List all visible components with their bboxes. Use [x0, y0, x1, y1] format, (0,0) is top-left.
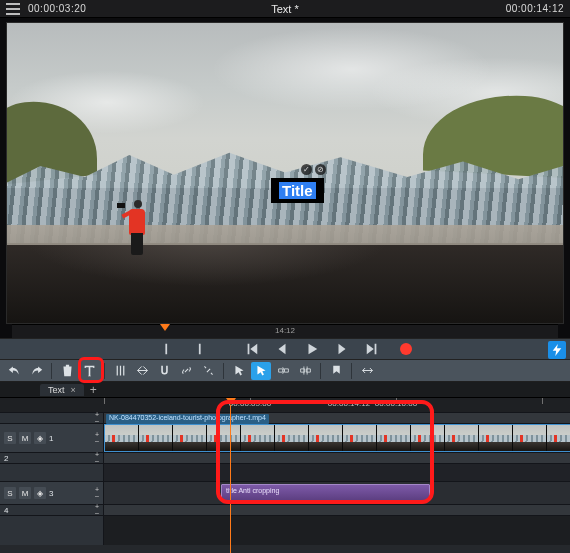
undo-button[interactable]	[4, 362, 24, 380]
quick-export-button[interactable]	[548, 341, 566, 359]
splice-button[interactable]	[132, 362, 152, 380]
text-tool-button[interactable]	[79, 362, 99, 380]
preview-ruler-label: 14:12	[275, 326, 295, 335]
confirm-icon[interactable]: ✓	[301, 164, 312, 175]
mute-button[interactable]: M	[19, 432, 31, 444]
go-end-button[interactable]	[362, 341, 382, 357]
tab-text[interactable]: Text ×	[40, 384, 84, 396]
snap-button[interactable]	[154, 362, 174, 380]
track-number: 3	[49, 489, 53, 498]
timeline-ruler-row[interactable]: 00:00:14:12 00:00:05:00 00:00:10:00	[0, 398, 570, 412]
track-expand[interactable]: +–	[95, 487, 99, 499]
track-number: 4	[4, 506, 8, 515]
track-video-1: S M ◈ 1 +– NK-084470352-iceland-tourist-…	[0, 423, 570, 452]
transport-bar	[0, 338, 570, 360]
track-expand[interactable]: +–	[95, 432, 99, 444]
timeline-playhead-icon[interactable]	[226, 398, 236, 405]
zoom-button[interactable]	[357, 362, 377, 380]
solo-button[interactable]: S	[4, 432, 16, 444]
current-timecode[interactable]: 00:00:03:20	[28, 3, 86, 14]
link-button[interactable]	[176, 362, 196, 380]
cut-tool-button[interactable]	[110, 362, 130, 380]
play-button[interactable]	[302, 341, 322, 357]
preview-panel: ✓ ⊘ Title 14:12	[0, 18, 570, 338]
track-spacer-4: 4 +–	[0, 504, 570, 515]
subject-person	[125, 197, 149, 257]
visibility-button[interactable]: ◈	[34, 432, 46, 444]
track-lane-1[interactable]: NK-084470352-iceland-tourist-photographe…	[104, 424, 570, 452]
cancel-icon[interactable]: ⊘	[315, 164, 326, 175]
pointer-tool-button[interactable]	[229, 362, 249, 380]
preview-playhead-icon[interactable]	[160, 324, 170, 331]
track-title-3: S M ◈ 3 +– title Anti cropping	[0, 481, 570, 504]
tab-add-button[interactable]: +	[90, 383, 97, 397]
next-frame-button[interactable]	[332, 341, 352, 357]
unlink-button[interactable]	[198, 362, 218, 380]
visibility-button[interactable]: ◈	[34, 487, 46, 499]
title-overlay-text[interactable]: Title	[279, 182, 316, 199]
edit-toolbar	[0, 360, 570, 382]
go-start-button[interactable]	[242, 341, 262, 357]
solo-button[interactable]: S	[4, 487, 16, 499]
video-preview[interactable]: ✓ ⊘ Title	[6, 22, 564, 324]
timeline-empty	[0, 515, 570, 545]
delete-button[interactable]	[57, 362, 77, 380]
track-head-3[interactable]: S M ◈ 3 +–	[0, 482, 104, 504]
track-spacer: +–	[0, 412, 570, 423]
set-in-button[interactable]	[158, 341, 178, 357]
track-head-4[interactable]: 4 +–	[0, 505, 104, 515]
roll-tool-button[interactable]	[295, 362, 315, 380]
marker-button[interactable]	[326, 362, 346, 380]
prev-frame-button[interactable]	[272, 341, 292, 357]
tab-close-icon[interactable]: ×	[71, 385, 76, 395]
tab-label: Text	[48, 385, 65, 395]
duration-timecode: 00:00:14:12	[506, 3, 564, 14]
menu-icon[interactable]	[6, 3, 20, 15]
track-spacer-2: 2 +–	[0, 452, 570, 463]
mute-button[interactable]: M	[19, 487, 31, 499]
timeline-tabs: Text × +	[0, 382, 570, 398]
title-overlay[interactable]: ✓ ⊘ Title	[271, 178, 324, 203]
video-clip-label: NK-084470352-iceland-tourist-photographe…	[106, 414, 269, 424]
ripple-tool-button[interactable]	[273, 362, 293, 380]
timeline-ruler[interactable]: 00:00:14:12 00:00:05:00 00:00:10:00	[104, 398, 570, 412]
timeline-panel: 00:00:14:12 00:00:05:00 00:00:10:00 +– S…	[0, 398, 570, 553]
track-lane-3[interactable]: title Anti cropping	[104, 482, 570, 504]
timeline-playhead-line	[230, 405, 231, 553]
record-button[interactable]	[400, 343, 412, 355]
ruler-duration-label: 00:00:14:12	[328, 399, 370, 408]
move-tool-button[interactable]	[251, 362, 271, 380]
redo-button[interactable]	[26, 362, 46, 380]
track-head-1[interactable]: S M ◈ 1 +–	[0, 424, 104, 452]
track-number: 2	[4, 454, 8, 463]
track-number: 1	[49, 434, 53, 443]
track-gap	[0, 463, 570, 481]
preview-ruler[interactable]: 14:12	[12, 324, 558, 338]
top-bar: 00:00:03:20 00:00:14:12	[0, 0, 570, 18]
set-out-button[interactable]	[188, 341, 208, 357]
video-clip[interactable]	[104, 424, 570, 452]
title-clip[interactable]: title Anti cropping	[221, 484, 430, 501]
track-head-2[interactable]: 2 +–	[0, 453, 104, 463]
